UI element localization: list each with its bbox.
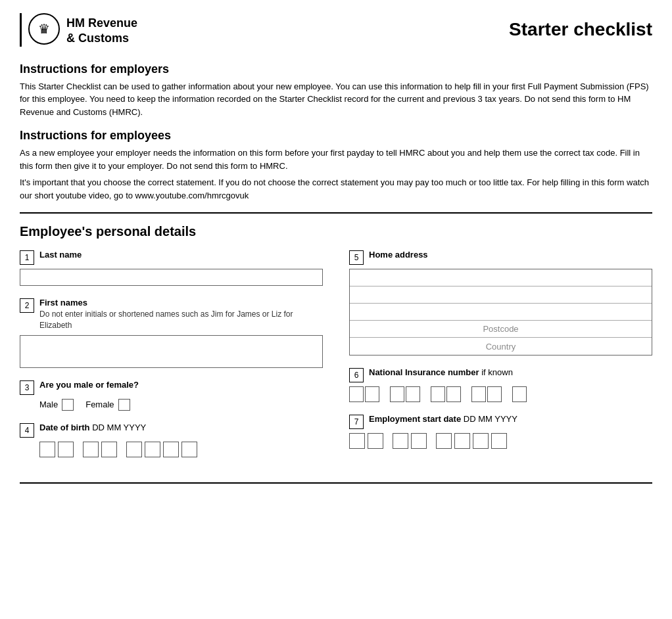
first-names-input[interactable] [20,335,323,368]
dob-y1[interactable] [126,442,142,457]
dob-m2[interactable] [101,442,117,457]
gender-female-option: Female [85,399,130,411]
field-number-7: 7 [349,415,364,429]
employees-heading: Instructions for employees [20,129,652,143]
first-names-label: First names [39,298,87,308]
field-number-2: 2 [20,298,34,313]
male-label: Male [39,400,58,409]
female-label: Female [85,400,114,409]
employees-para2: It's important that you choose the corre… [20,176,652,202]
emp-y4[interactable] [491,433,507,449]
instructions-employees: Instructions for employees As a new empl… [20,129,652,202]
ni-label-row: 6 National Insurance number if known [349,367,652,382]
ni-box-5[interactable] [431,386,445,402]
emp-y3[interactable] [473,433,489,449]
employees-para1: As a new employee your employer needs th… [20,147,652,172]
dob-y2[interactable] [145,442,160,457]
dob-y3[interactable] [163,442,179,457]
dob-d1[interactable] [39,442,55,457]
address-country[interactable] [350,338,652,355]
emp-m2[interactable] [411,433,427,449]
field-first-names: 2 First names Do not enter initials or s… [20,298,323,368]
page-title: Starter checklist [509,19,652,40]
employers-text: This Starter Checklist can be used to ga… [20,80,652,119]
field-number-5: 5 [349,250,364,265]
address-postcode[interactable] [350,321,652,338]
ni-group-1 [349,386,379,402]
emp-date-boxes [349,433,652,449]
ni-label: National Insurance number if known [369,367,513,377]
emp-d2[interactable] [368,433,383,449]
address-box [349,269,652,355]
field-employment-start: 7 Employment start date DD MM YYYY [349,414,652,449]
field-gender: 3 Are you male or female? Male Female [20,380,323,411]
ni-group-5 [512,386,527,402]
dob-boxes [39,442,323,457]
ni-box-6[interactable] [446,386,461,402]
left-column: 1 Last name 2 First names Do not enter i… [20,250,323,469]
bottom-divider [20,482,652,484]
emp-start-label-row: 7 Employment start date DD MM YYYY [349,414,652,429]
field-number-6: 6 [349,368,364,382]
field-dob: 4 Date of birth DD MM YYYY [20,423,323,457]
page-header: ♛ HM Revenue & Customs Starter checklist [20,13,652,47]
instructions-employers: Instructions for employers This Starter … [20,62,652,119]
dob-label: Date of birth DD MM YYYY [39,423,146,432]
address-line-2[interactable] [350,287,652,304]
logo-area: ♛ HM Revenue & Customs [20,13,137,47]
emp-d1[interactable] [349,433,365,449]
dob-label-row: 4 Date of birth DD MM YYYY [20,423,323,438]
ni-box-2[interactable] [365,386,379,402]
last-name-label-row: 1 Last name [20,250,323,265]
ni-boxes [349,386,652,402]
field-home-address: 5 Home address [349,250,652,355]
ni-box-8[interactable] [487,386,502,402]
gender-label-row: 3 Are you male or female? [20,380,323,395]
last-name-label: Last name [39,250,82,260]
dob-m1[interactable] [83,442,99,457]
field-number-1: 1 [20,250,34,265]
ni-box-1[interactable] [349,386,364,402]
crown-icon: ♛ [28,13,60,45]
gender-male-option: Male [39,399,74,411]
ni-box-4[interactable] [406,386,420,402]
male-checkbox[interactable] [62,399,74,411]
emp-m1[interactable] [393,433,408,449]
gender-options: Male Female [39,399,323,411]
section-divider [20,212,652,214]
field-ni-number: 6 National Insurance number if known [349,367,652,402]
ni-box-7[interactable] [471,386,486,402]
address-label-row: 5 Home address [349,250,652,265]
dob-d2[interactable] [58,442,74,457]
female-checkbox[interactable] [118,399,130,411]
employers-heading: Instructions for employers [20,62,652,76]
emp-start-label: Employment start date DD MM YYYY [369,414,517,424]
field-number-3: 3 [20,380,34,395]
personal-details-grid: 1 Last name 2 First names Do not enter i… [20,250,652,469]
ni-box-3[interactable] [390,386,404,402]
ni-group-2 [390,386,420,402]
emp-y2[interactable] [454,433,470,449]
last-name-input[interactable] [20,269,323,286]
personal-details-title: Employee's personal details [20,224,652,239]
gender-label: Are you male or female? [39,380,139,390]
dob-y4[interactable] [181,442,197,457]
right-column: 5 Home address 6 National Insurance numb… [349,250,652,469]
address-line-3[interactable] [350,304,652,321]
address-label: Home address [369,250,428,260]
ni-box-9[interactable] [512,386,527,402]
field-last-name: 1 Last name [20,250,323,286]
ni-group-4 [471,386,502,402]
first-names-label-row: 2 First names Do not enter initials or s… [20,298,323,331]
first-names-sublabel: Do not enter initials or shortened names… [39,309,323,331]
emp-y1[interactable] [436,433,452,449]
field-number-4: 4 [20,423,34,438]
org-name: HM Revenue & Customs [66,16,137,47]
ni-group-3 [431,386,461,402]
address-line-1[interactable] [350,269,652,287]
